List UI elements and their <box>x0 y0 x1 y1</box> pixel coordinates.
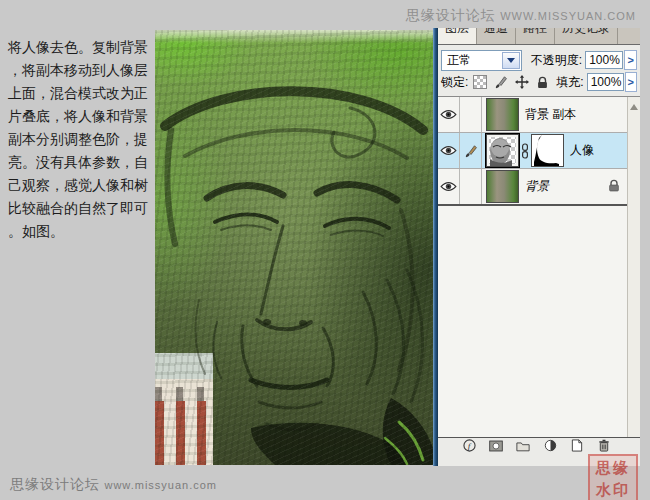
layer-style-icon: f <box>463 439 476 452</box>
opacity-value: 100% <box>589 53 620 67</box>
panel-scrollbar[interactable] <box>627 97 640 453</box>
layers-panel: 图层 通道 路径 历史记录 正常 不透明度: 100% > 锁定: <box>438 28 640 466</box>
adjustment-layer-icon <box>544 439 557 452</box>
blend-mode-value: 正常 <box>442 52 471 69</box>
tab-layers[interactable]: 图层 <box>438 28 477 44</box>
tab-channels-label: 通道 <box>484 28 508 37</box>
mask-thumb-art <box>532 135 563 166</box>
tab-history-label: 历史记录 <box>562 28 610 37</box>
lock-transparency-icon[interactable] <box>472 75 487 90</box>
eye-icon <box>440 109 457 120</box>
layer-thumbnail[interactable] <box>486 98 519 131</box>
mask-edit-indicator[interactable] <box>460 133 482 168</box>
chevron-down-icon[interactable] <box>502 52 520 69</box>
watermark-line2: 水印 <box>596 482 630 497</box>
brush-glyph <box>494 75 508 89</box>
tab-paths[interactable]: 路径 <box>516 28 555 44</box>
layer-name[interactable]: 背景 <box>525 178 549 195</box>
watermark-stamp: 思缘 水印 <box>588 454 638 500</box>
visibility-toggle[interactable] <box>438 133 460 168</box>
layer-style-button[interactable]: f <box>462 439 476 452</box>
checker-glyph <box>473 75 487 89</box>
eye-icon <box>440 145 457 156</box>
opacity-label: 不透明度: <box>531 52 582 69</box>
new-adjustment-layer-button[interactable] <box>543 439 557 452</box>
layer-row-portrait[interactable]: 人像 <box>438 133 628 169</box>
lock-image-icon[interactable] <box>493 75 508 90</box>
brush-icon <box>464 144 478 158</box>
layer-row-background-copy[interactable]: 背景 副本 <box>438 97 628 133</box>
layer-lock-icon <box>608 179 620 192</box>
layer-name[interactable]: 人像 <box>570 142 594 159</box>
layers-list: 背景 副本 <box>438 97 640 453</box>
layer-controls: 正常 不透明度: 100% > 锁定: <box>438 45 640 97</box>
watermark-line1: 思缘 <box>596 460 630 475</box>
delete-layer-button[interactable] <box>597 439 611 452</box>
visibility-toggle[interactable] <box>438 169 460 204</box>
scroll-up-icon[interactable] <box>630 100 638 110</box>
padlock-glyph <box>536 76 549 89</box>
visibility-toggle[interactable] <box>438 97 460 132</box>
forum-url-bottom: www.missyuan.com <box>104 479 217 491</box>
lock-all-icon[interactable] <box>535 75 550 90</box>
canvas-image <box>155 30 433 465</box>
opacity-input[interactable]: 100% <box>585 51 623 69</box>
layer-mask-thumbnail[interactable] <box>531 134 564 167</box>
tree-face-artwork <box>155 30 433 465</box>
portrait-thumb-art <box>487 135 518 166</box>
forum-name-bottom: 思缘设计论坛 <box>10 476 100 492</box>
tutorial-instructions: 将人像去色。复制背景，将副本移动到人像层上面，混合模式改为正片叠底，将人像和背景… <box>8 36 158 243</box>
folder-icon <box>516 440 530 452</box>
fill-spinner-icon[interactable]: > <box>625 72 637 92</box>
add-layer-mask-icon <box>489 440 503 452</box>
layer-thumbnail[interactable] <box>486 170 519 203</box>
lock-label: 锁定: <box>441 74 468 91</box>
opacity-spinner-icon[interactable]: > <box>624 50 637 70</box>
trash-icon <box>598 439 610 452</box>
layer-name[interactable]: 背景 副本 <box>525 106 576 123</box>
tab-paths-label: 路径 <box>523 28 547 37</box>
svg-text:f: f <box>467 441 471 451</box>
forum-name-top: 思缘设计论坛 <box>406 7 496 23</box>
fill-value: 100% <box>591 75 622 89</box>
forum-watermark-bottom: 思缘设计论坛 www.missyuan.com <box>10 475 217 494</box>
fill-input[interactable]: 100% <box>587 73 624 91</box>
tab-channels[interactable]: 通道 <box>477 28 516 44</box>
panel-toolbar: f <box>438 437 640 453</box>
forum-watermark-top: 思缘设计论坛 WWW.MISSYUAN.COM <box>406 6 636 25</box>
add-layer-mask-button[interactable] <box>489 439 503 452</box>
lock-position-icon[interactable] <box>514 75 529 90</box>
new-layer-icon <box>571 439 583 452</box>
fill-label: 填充: <box>556 74 583 91</box>
blend-mode-select[interactable]: 正常 <box>441 50 522 71</box>
panel-tab-bar: 图层 通道 路径 历史记录 <box>438 28 640 45</box>
new-group-button[interactable] <box>516 439 530 452</box>
tab-layers-label: 图层 <box>445 28 469 37</box>
eye-icon <box>440 181 457 192</box>
forum-url-top: WWW.MISSYUAN.COM <box>500 10 636 22</box>
new-layer-button[interactable] <box>570 439 584 452</box>
link-indicator-cell[interactable] <box>460 97 482 132</box>
move-glyph <box>515 75 529 89</box>
link-indicator-cell[interactable] <box>460 169 482 204</box>
tab-history[interactable]: 历史记录 <box>555 28 618 44</box>
layer-row-background[interactable]: 背景 <box>438 169 628 206</box>
layer-thumbnail[interactable] <box>486 134 519 167</box>
mask-link-icon[interactable] <box>521 143 529 159</box>
